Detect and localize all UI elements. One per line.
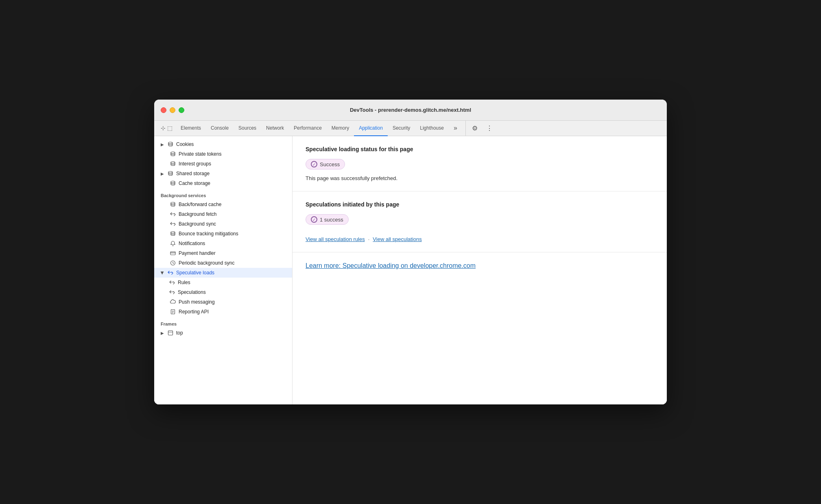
success-badge-label: Success <box>320 161 340 167</box>
tab-console[interactable]: Console <box>206 121 234 136</box>
sidebar-item-speculations[interactable]: Speculations <box>154 287 292 297</box>
tab-inspector-icon[interactable]: ⊹ ⬚ <box>157 121 176 136</box>
sidebar-item-rules-label: Rules <box>178 280 190 285</box>
tab-more[interactable]: » <box>449 121 462 136</box>
rules-icon <box>169 279 175 286</box>
database-icon <box>167 141 174 148</box>
sidebar-item-background-fetch[interactable]: Background fetch <box>154 209 292 219</box>
view-all-speculation-rules-link[interactable]: View all speculation rules <box>306 236 365 242</box>
bell-icon <box>170 240 176 247</box>
tab-sources[interactable]: Sources <box>234 121 261 136</box>
card-icon <box>170 250 176 256</box>
sidebar-item-back-forward-cache[interactable]: Back/forward cache <box>154 200 292 209</box>
success-checkmark-icon: ✓ <box>311 161 317 167</box>
database-icon-4 <box>167 170 174 177</box>
tab-network[interactable]: Network <box>261 121 289 136</box>
sidebar-item-speculative-loads-label: Speculative loads <box>176 270 214 276</box>
sidebar-item-speculative-loads[interactable]: ▶ Speculative loads <box>154 268 292 278</box>
tabbar: ⊹ ⬚ Elements Console Sources Network Per… <box>154 121 667 136</box>
device-icon: ⬚ <box>167 125 172 131</box>
sidebar-item-interest-groups-label: Interest groups <box>179 161 211 167</box>
svg-rect-14 <box>168 331 173 335</box>
database-icon-5 <box>170 180 176 187</box>
learn-more-link[interactable]: Learn more: Speculative loading on devel… <box>306 262 476 269</box>
sidebar-item-top-frame[interactable]: ▶ top <box>154 328 292 338</box>
database-icon-7 <box>170 230 176 237</box>
sidebar-item-cookies-label: Cookies <box>176 141 194 147</box>
svg-point-2 <box>171 162 175 163</box>
frame-icon <box>167 330 174 336</box>
svg-point-0 <box>168 142 172 144</box>
sidebar-item-background-sync[interactable]: Background sync <box>154 219 292 229</box>
svg-point-3 <box>168 172 172 173</box>
speculation-links-row: View all speculation rules · View all sp… <box>306 236 654 242</box>
sidebar-item-background-fetch-label: Background fetch <box>179 211 216 217</box>
link-separator: · <box>368 236 370 242</box>
tab-security[interactable]: Security <box>388 121 415 136</box>
view-all-speculations-link[interactable]: View all speculations <box>373 236 421 242</box>
cloud-icon <box>170 299 176 305</box>
one-success-checkmark-icon: ✓ <box>311 216 317 223</box>
chevron-right-icon: ▶ <box>161 142 164 147</box>
tab-security-label: Security <box>393 125 410 131</box>
sidebar-item-shared-storage-label: Shared storage <box>176 171 210 176</box>
tab-application-label: Application <box>359 125 383 131</box>
sidebar-item-speculations-label: Speculations <box>178 289 206 295</box>
sidebar-item-cookies[interactable]: ▶ Cookies <box>154 139 292 149</box>
tab-memory[interactable]: Memory <box>327 121 354 136</box>
main-layout: ▶ Cookies <box>154 136 667 404</box>
one-success-badge: ✓ 1 success <box>306 214 349 225</box>
tab-network-label: Network <box>266 125 284 131</box>
sidebar-item-back-forward-cache-label: Back/forward cache <box>179 202 221 207</box>
sidebar-item-cache-storage-label: Cache storage <box>179 180 210 186</box>
sidebar-item-periodic-background-sync-label: Periodic background sync <box>179 260 234 266</box>
cursor-icon: ⊹ <box>161 125 166 131</box>
settings-button[interactable]: ⚙ <box>469 123 480 134</box>
learn-more-section: Learn more: Speculative loading on devel… <box>293 252 667 279</box>
speculative-loads-icon <box>167 269 174 276</box>
tab-elements[interactable]: Elements <box>176 121 206 136</box>
sidebar-item-reporting-api[interactable]: Reporting API <box>154 307 292 317</box>
speculations-initiated-section: Speculations initiated by this page ✓ 1 … <box>293 191 667 252</box>
sidebar-item-private-state-tokens-label: Private state tokens <box>179 151 221 157</box>
speculations-icon <box>169 289 175 295</box>
more-options-button[interactable]: ⋮ <box>484 123 495 134</box>
sidebar-item-notifications[interactable]: Notifications <box>154 239 292 248</box>
arrows-icon <box>170 211 176 217</box>
sidebar-section-frames: Frames <box>154 317 292 328</box>
sidebar-item-shared-storage[interactable]: ▶ Shared storage <box>154 169 292 178</box>
sidebar-item-payment-handler[interactable]: Payment handler <box>154 248 292 258</box>
tab-lighthouse-label: Lighthouse <box>420 125 444 131</box>
database-icon-2 <box>170 151 176 157</box>
svg-point-5 <box>171 202 175 204</box>
sidebar-item-private-state-tokens[interactable]: Private state tokens <box>154 149 292 159</box>
sidebar-item-rules[interactable]: Rules <box>154 278 292 287</box>
sidebar-item-bounce-tracking[interactable]: Bounce tracking mitigations <box>154 229 292 239</box>
sidebar-item-periodic-background-sync[interactable]: Periodic background sync <box>154 258 292 268</box>
svg-rect-7 <box>170 252 175 255</box>
close-button[interactable] <box>161 107 166 113</box>
maximize-button[interactable] <box>179 107 184 113</box>
tab-elements-label: Elements <box>181 125 201 131</box>
tab-console-label: Console <box>211 125 229 131</box>
sidebar-section-background: Background services <box>154 188 292 200</box>
sidebar-item-interest-groups[interactable]: Interest groups <box>154 159 292 169</box>
success-badge: ✓ Success <box>306 159 345 169</box>
chevron-right-icon-3: ▶ <box>161 331 164 335</box>
sidebar-item-background-sync-label: Background sync <box>179 221 216 227</box>
tab-lighthouse[interactable]: Lighthouse <box>415 121 449 136</box>
sidebar-item-payment-handler-label: Payment handler <box>179 250 216 256</box>
tab-performance-label: Performance <box>294 125 322 131</box>
sidebar-item-cache-storage[interactable]: Cache storage <box>154 178 292 188</box>
minimize-button[interactable] <box>170 107 175 113</box>
sidebar-item-push-messaging[interactable]: Push messaging <box>154 297 292 307</box>
titlebar: DevTools - prerender-demos.glitch.me/nex… <box>154 100 667 121</box>
tab-performance[interactable]: Performance <box>289 121 327 136</box>
document-icon <box>170 308 176 315</box>
sidebar-item-push-messaging-label: Push messaging <box>179 299 215 305</box>
speculative-loading-description: This page was successfully prefetched. <box>306 175 654 181</box>
sidebar: ▶ Cookies <box>154 136 293 404</box>
content-panel: Speculative loading status for this page… <box>293 136 667 404</box>
sync-icon <box>170 221 176 227</box>
tab-application[interactable]: Application <box>354 121 388 136</box>
